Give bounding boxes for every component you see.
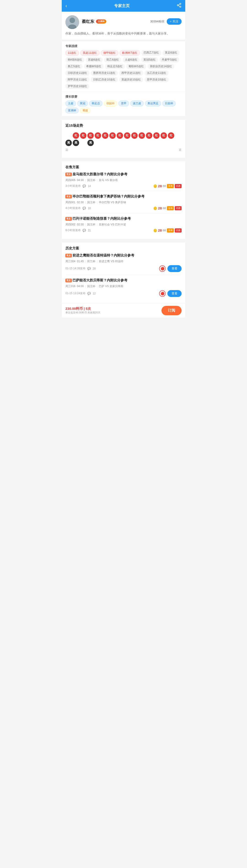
bottom-price-info: 230.00料币 | 5次 单次低至46.00料币,有效期20天 <box>65 307 100 314</box>
plan-footer-left: 4小时前发布 💬 10 <box>65 206 91 210</box>
history-plan-card: 竞足巴萨能否大胜贝蒂斯？内附比分参考 周三016 04:00 | 国王杯 | 巴… <box>65 278 182 300</box>
history-time: 01:45 <box>77 260 84 263</box>
expert-record-tag: 丹麦甲5连红 <box>159 57 179 62</box>
plan-price-area[interactable]: 🪙 28 88 首单 优惠 <box>153 206 182 210</box>
history-plan-tag: 竞足 <box>65 254 72 257</box>
back-icon[interactable]: ‹ <box>65 3 67 9</box>
plan-meta: 周四001 02:30 | 国王杯 | 毕尔巴鄂 VS 奥萨苏纳 <box>65 200 182 205</box>
expert-record-tag: 法乙历史11连红 <box>145 70 168 76</box>
trend-dot: 红 <box>124 132 130 139</box>
expert-record-tag: 墨西哥历史11连红 <box>91 70 118 76</box>
history-footer-left: 01-15 13:24发布 💬 12 <box>65 291 96 296</box>
history-plan-tag: 竞足 <box>65 279 72 282</box>
trend-label-right: 近 <box>179 148 182 152</box>
plan-time: 04:30 <box>77 179 84 182</box>
follow-button[interactable]: + 关注 <box>167 18 182 25</box>
sale-plan-card[interactable]: 竞足巴列卡诺能否制造惊喜？内附比分参考 周四002 02:30 | 国王杯 | … <box>65 216 182 235</box>
comment-icon: 💬 <box>83 184 86 188</box>
history-published: 01-15 13:24发布 <box>65 291 86 296</box>
expert-record-tag: 西甲历史11连红 <box>119 70 143 76</box>
history-plan-meta: 周三016 04:00 | 国王杯 | 巴萨 VS 皇家贝蒂斯 <box>65 284 182 288</box>
plan-price: 28 <box>158 206 162 210</box>
history-result-icon: 🔴 <box>159 266 165 272</box>
plan-published: 8小时前发布 <box>65 228 81 232</box>
plan-comments: 10 <box>88 207 91 210</box>
strength-tag: 英冠 <box>77 101 88 106</box>
trend-dot <box>80 140 87 146</box>
history-plans-list: 竞足前进之鹰能否击退特温特？内附比分参考 周三004 01:45 | 荷兰杯 |… <box>65 253 182 300</box>
trend-dot: 红 <box>87 132 94 139</box>
view-plan-button[interactable]: 查看 <box>167 265 182 272</box>
sale-plan-card[interactable]: 竞足毕尔巴鄂能否顺利拿下奥萨苏纳？内附比分参考 周四001 02:30 | 国王… <box>65 194 182 213</box>
sale-plans-list: 竞足皇马能否大胜塞尔塔？内附比分参考 周四005 04:30 | 国王杯 | 皇… <box>65 172 182 235</box>
strength-tag: 土超 <box>65 101 76 106</box>
trend-row-red: 红红红红红红红红红红红红红红 <box>65 132 182 139</box>
plan-title: 竞足毕尔巴鄂能否顺利拿下奥萨苏纳？内附比分参考 <box>65 194 182 199</box>
plan-type-tag: 竞足 <box>65 173 72 176</box>
plan-price: 28 <box>158 228 162 232</box>
history-match: 巴萨 VS 皇家贝蒂斯 <box>99 284 123 288</box>
plan-footer: 8小时前发布 💬 21 🪙 28 88 首单 优惠 <box>65 228 182 232</box>
history-plan-title: 竞足巴萨能否大胜贝蒂斯？内附比分参考 <box>65 278 182 283</box>
fans-count: 30394粉丝 <box>150 20 164 24</box>
expert-record-tag: 英超历史10连红 <box>119 77 143 82</box>
coin-icon: 🪙 <box>153 184 157 188</box>
plan-type-tag: 竞足 <box>65 195 72 198</box>
trend-dot <box>95 140 101 146</box>
strength-tag: 韩足总 <box>89 101 102 106</box>
profile-badge: 15周年 <box>96 20 106 24</box>
history-week-code: 周三016 <box>65 284 75 288</box>
plan-original-price: 88 <box>163 228 166 232</box>
history-footer-left: 01-15 14:39发布 💬 28 <box>65 267 96 271</box>
plan-price-area[interactable]: 🪙 28 88 首单 优惠 <box>153 184 182 188</box>
strength-label: 擅长联赛 <box>65 95 182 99</box>
trend-dot: 红 <box>168 132 174 139</box>
trend-dot <box>65 132 72 139</box>
strength-tags: 土超英冠韩足总德国杯意甲波兰超奥运男足日皇杯亚洲杯葡超 <box>65 101 182 114</box>
plan-badge2: 优惠 <box>175 184 182 188</box>
trend-title: 近15场走势 <box>65 123 182 128</box>
history-cup: 国王杯 <box>87 284 95 288</box>
expert-record-tag: 苏超6连红 <box>86 57 103 62</box>
plan-badge2: 优惠 <box>175 206 182 210</box>
history-plan-title: 竞足前进之鹰能否击退特温特？内附比分参考 <box>65 253 182 258</box>
expert-record-tag: 罗甲历史10连红 <box>65 84 89 89</box>
trend-dot: 红 <box>109 132 116 139</box>
plan-week-code: 周四005 <box>65 178 75 182</box>
trend-dot: 黑 <box>73 140 79 146</box>
trend-dot <box>146 140 152 146</box>
history-plans-title: 历史方案 <box>65 246 182 251</box>
profile-name: 蔡红东 <box>82 19 94 24</box>
history-plan-card: 竞足前进之鹰能否击退特温特？内附比分参考 周三004 01:45 | 荷兰杯 |… <box>65 253 182 275</box>
plan-footer: 3小时前发布 💬 14 🪙 28 88 首单 优惠 <box>65 184 182 188</box>
profile-card: 蔡红东 15周年 30394粉丝 + 关注 作家，自由撰稿人。看球36年，善于从… <box>62 12 185 39</box>
plan-footer-left: 8小时前发布 💬 21 <box>65 228 91 232</box>
plan-published: 3小时前发布 <box>65 184 81 188</box>
history-comment-icon: 💬 <box>87 292 91 295</box>
history-result-icon: 🔴 <box>159 290 165 297</box>
trend-dot: 黑 <box>87 140 94 146</box>
expert-record-tag: 德甲8连红 <box>101 50 119 56</box>
plan-price-area[interactable]: 🪙 28 88 首单 优惠 <box>153 228 182 232</box>
plan-cup: 国王杯 <box>87 223 95 226</box>
history-comment-icon: 💬 <box>87 267 91 270</box>
plan-type-tag: 竞足 <box>65 217 72 221</box>
strength-tag: 奥运男足 <box>145 101 161 106</box>
expert-record-tag: 希腊杯5连红 <box>84 64 104 69</box>
trend-dot: 红 <box>102 132 109 139</box>
trend-dot <box>102 140 109 146</box>
plan-meta: 周四005 04:30 | 国王杯 | 皇马 VS 塞尔塔 <box>65 178 182 182</box>
expert-record-tag: 巴西乙7连红 <box>141 50 161 56</box>
share-icon[interactable] <box>177 3 182 9</box>
trend-dot: 红 <box>95 132 101 139</box>
expert-record-label: 专家战绩 <box>65 44 182 48</box>
subscribe-button[interactable]: 订阅 <box>161 306 182 315</box>
trend-chart: 红红红红红红红红红红红红红红 黑黑黑 远 近 <box>65 130 182 154</box>
strength-tag: 意甲 <box>119 101 129 106</box>
plan-comments: 21 <box>88 229 91 232</box>
sale-plan-card[interactable]: 竞足皇马能否大胜塞尔塔？内附比分参考 周四005 04:30 | 国王杯 | 皇… <box>65 172 182 191</box>
expert-record-tag: 意甲历史10连红 <box>145 77 168 82</box>
view-plan-button[interactable]: 查看 <box>167 290 182 297</box>
bottom-price-sub: 单次低至46.00料币,有效期20天 <box>65 311 100 314</box>
trend-dot: 红 <box>153 132 160 139</box>
